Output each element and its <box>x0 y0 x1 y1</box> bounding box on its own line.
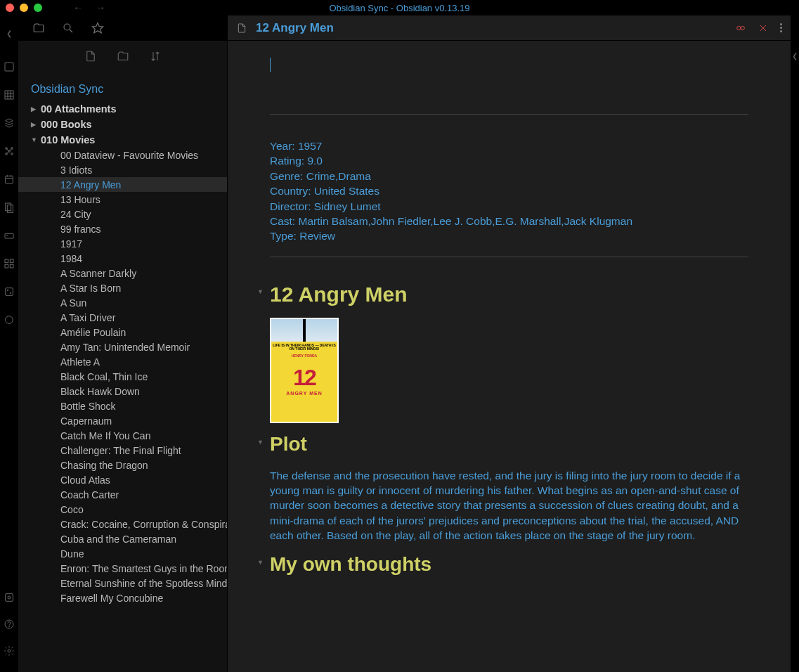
file-item[interactable]: Coach Carter <box>18 487 227 502</box>
file-item[interactable]: 24 City <box>18 207 227 221</box>
svg-line-13 <box>7 152 9 154</box>
meta-director: Director: Sidney Lumet <box>270 199 748 214</box>
file-item[interactable]: Coco <box>18 502 227 517</box>
file-item[interactable]: Amy Tan: Unintended Memoir <box>18 340 227 354</box>
close-window[interactable] <box>6 4 14 12</box>
svg-line-12 <box>10 149 12 151</box>
svg-point-38 <box>737 26 741 30</box>
templates-icon[interactable] <box>4 202 15 213</box>
file-item[interactable]: Challenger: The Final Flight <box>18 443 227 458</box>
sort-icon[interactable] <box>149 50 162 65</box>
file-item[interactable]: Black Coal, Thin Ice <box>18 369 227 384</box>
file-item[interactable]: A Sun <box>18 295 227 310</box>
file-item[interactable]: Catch Me If You Can <box>18 428 227 443</box>
vault-name[interactable]: Obsidian Sync <box>18 75 227 101</box>
svg-rect-0 <box>5 63 13 71</box>
svg-line-11 <box>7 149 9 151</box>
heading-thoughts: My own thoughts <box>270 553 748 576</box>
dice-icon[interactable] <box>4 286 15 297</box>
file-item[interactable]: A Scanner Darkly <box>18 266 227 280</box>
file-item[interactable]: Black Hawk Down <box>18 384 227 399</box>
explorer-tab[interactable] <box>32 22 45 34</box>
vault-icon[interactable] <box>4 592 15 603</box>
minimize-window[interactable] <box>20 4 28 12</box>
movie-poster: LIFE IS IN THEIR HANDS — DEATH IS ON THE… <box>270 318 339 423</box>
layers-icon[interactable] <box>4 117 15 129</box>
search-tab[interactable] <box>62 22 74 34</box>
svg-point-33 <box>9 626 10 627</box>
heading-plot: Plot <box>270 433 748 455</box>
titlebar: ← → Obsidian Sync - Obsidian v0.13.19 <box>0 0 799 15</box>
file-item[interactable]: Cuba and the Cameraman <box>18 531 227 546</box>
file-item[interactable]: 1984 <box>18 251 227 266</box>
svg-line-36 <box>70 30 72 32</box>
folder-item[interactable]: ▶000 Books <box>18 117 227 132</box>
meta-genre: Genre: Crime,Drama <box>270 169 748 183</box>
daily-note-icon[interactable] <box>4 174 15 185</box>
editor-body[interactable]: Year: 1957 Rating: 9.0 Genre: Crime,Dram… <box>228 41 791 672</box>
file-item[interactable]: A Star Is Born <box>18 280 227 295</box>
file-item[interactable]: Capernaum <box>18 413 227 428</box>
svg-point-9 <box>11 153 13 155</box>
grid-icon[interactable] <box>4 258 15 269</box>
file-item[interactable]: 13 Hours <box>18 192 227 207</box>
graph-icon[interactable] <box>4 146 15 157</box>
file-item[interactable]: Amélie Poulain <box>18 325 227 340</box>
note-title[interactable]: 12 Angry Men <box>256 21 735 35</box>
file-item[interactable]: 12 Angry Men <box>18 177 227 192</box>
file-item[interactable]: Dune <box>18 546 227 561</box>
nav-forward[interactable]: → <box>96 2 105 13</box>
more-options-icon[interactable] <box>780 23 782 32</box>
svg-point-29 <box>6 316 13 324</box>
maximize-window[interactable] <box>34 4 42 12</box>
file-item[interactable]: 3 Idiots <box>18 162 227 177</box>
plot-text: The defense and the prosecution have res… <box>270 468 748 543</box>
file-item[interactable]: 1917 <box>18 236 227 251</box>
settings-icon[interactable] <box>4 645 15 657</box>
close-tab-icon[interactable] <box>758 22 769 34</box>
file-item[interactable]: Bottle Shock <box>18 399 227 413</box>
svg-point-28 <box>10 292 11 293</box>
new-folder-icon[interactable] <box>117 50 129 65</box>
starred-tab[interactable] <box>91 22 104 34</box>
file-item[interactable]: Chasing the Dragon <box>18 458 227 472</box>
file-item[interactable]: Farewell My Concubine <box>18 590 227 605</box>
file-item[interactable]: Eternal Sunshine of the Spotless Mind <box>18 576 227 590</box>
meta-year: Year: 1957 <box>270 138 748 153</box>
table-icon[interactable] <box>4 89 15 101</box>
collapse-left-icon[interactable]: ❮ <box>6 30 12 37</box>
quick-switcher-icon[interactable] <box>4 61 15 72</box>
file-item[interactable]: 00 Dataview - Favourite Movies <box>18 148 227 162</box>
svg-rect-25 <box>10 264 13 268</box>
folder-item[interactable]: ▼010 Movies <box>18 132 227 148</box>
reading-view-icon[interactable] <box>735 22 746 34</box>
svg-rect-19 <box>7 205 13 213</box>
file-item[interactable]: Athlete A <box>18 354 227 369</box>
svg-point-27 <box>7 290 8 290</box>
svg-rect-26 <box>6 288 13 296</box>
new-note-icon[interactable] <box>84 50 97 65</box>
svg-point-31 <box>8 596 11 599</box>
file-item[interactable]: Cloud Atlas <box>18 472 227 487</box>
help-icon[interactable] <box>4 619 15 630</box>
file-explorer-sidebar: Obsidian Sync ▶00 Attachments▶000 Books▼… <box>18 15 228 672</box>
poster-tagline: LIFE IS IN THEIR HANDS — DEATH IS ON THE… <box>271 342 337 351</box>
command-icon[interactable] <box>4 230 15 241</box>
circle-icon[interactable] <box>4 314 15 325</box>
frontmatter-start <box>270 114 748 115</box>
folder-item[interactable]: ▶00 Attachments <box>18 101 227 117</box>
editor-pane: 12 Angry Men Year: 1957 Rating: 9.0 Genr… <box>228 15 791 672</box>
svg-point-35 <box>64 24 70 30</box>
file-item[interactable]: 99 francs <box>18 221 227 236</box>
left-ribbon: ❮ <box>0 15 18 672</box>
nav-back[interactable]: ← <box>73 2 83 13</box>
svg-point-32 <box>5 620 13 628</box>
svg-point-39 <box>741 26 744 30</box>
file-item[interactable]: Enron: The Smartest Guys in the Room <box>18 561 227 576</box>
file-item[interactable]: A Taxi Driver <box>18 310 227 325</box>
svg-rect-18 <box>6 203 11 211</box>
meta-cast: Cast: Martin Balsam,John Fiedler,Lee J. … <box>270 214 748 228</box>
frontmatter-end <box>270 257 748 257</box>
collapse-right-icon[interactable]: ❮ <box>791 15 799 672</box>
file-item[interactable]: Crack: Cocaine, Corruption & Conspiracy <box>18 517 227 531</box>
